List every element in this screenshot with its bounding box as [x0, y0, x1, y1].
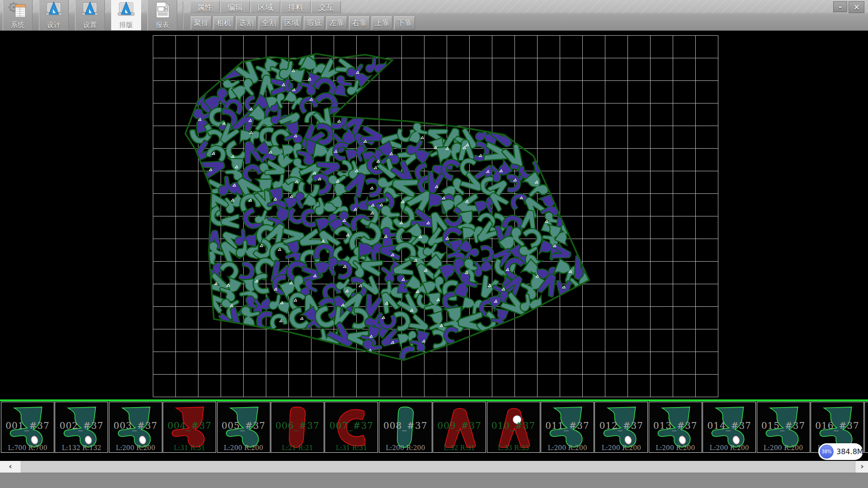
piece-id: 012_#37 — [595, 420, 647, 431]
system-gear-icon — [8, 1, 28, 21]
thumbnail-cell[interactable]: 011_#37L:200 R:200 — [541, 402, 594, 453]
ribbon-button-design[interactable]: 设计 — [39, 0, 69, 30]
toolbar-separator — [183, 1, 184, 29]
thumbnail-cell[interactable]: 007_#37L:31 R:31 — [325, 402, 378, 453]
menu-tab-4[interactable]: 排料 — [281, 1, 311, 13]
thumbnail-cell[interactable]: 001_#37L:700 R:700 — [1, 402, 54, 453]
ribbon-button-report[interactable]: 报表 — [147, 0, 177, 30]
piece-id: 001_#37 — [1, 420, 54, 431]
menu-tab-1[interactable]: 属性 — [190, 1, 220, 13]
thumbnail-cell[interactable]: 008_#37L:200 R:200 — [379, 402, 432, 453]
piece-lr-count: L:31 R:31 — [325, 444, 377, 451]
menu-tab-3[interactable]: 区域 — [250, 1, 280, 13]
piece-lr-count: L:200 R:200 — [217, 444, 270, 451]
ribbon-button-layout-active[interactable]: 排版 — [111, 0, 141, 30]
thumbnail-cell[interactable]: 004_#37L:31 R:31 — [163, 402, 216, 453]
piece-id: 003_#37 — [109, 420, 162, 431]
piece-lr-count: L:200 R:200 — [703, 444, 755, 451]
chevron-right-icon: › — [860, 461, 863, 471]
ribbon-button-settings[interactable]: 设置 — [75, 0, 105, 30]
close-button[interactable]: ✕ — [849, 1, 864, 13]
layout-ruler-icon — [116, 1, 136, 21]
ribbon-button-label: 系统 — [3, 21, 32, 29]
piece-lr-count: L:200 R:200 — [541, 444, 594, 451]
tool-button-6[interactable]: 瑕疵 — [304, 16, 325, 30]
thumbnail-cell[interactable]: 005_#37L:200 R:200 — [217, 402, 270, 453]
piece-id: 006_#37 — [271, 420, 324, 431]
piece-id: 002_#37 — [55, 420, 108, 431]
menu-tab-2[interactable]: 编辑 — [220, 1, 250, 13]
thumbnail-cell[interactable]: 002_#37L:132 R:132 — [55, 402, 108, 453]
piece-lr-count: L:200 R:200 — [865, 444, 868, 451]
tool-button-7[interactable]: 左靠 — [326, 16, 347, 30]
thumbnail-cell[interactable]: 015_#37L:200 R:200 — [757, 402, 810, 453]
piece-id: 013_#37 — [649, 420, 702, 431]
tool-button-3[interactable]: 选割 — [236, 16, 257, 30]
settings-ruler-icon — [80, 1, 100, 21]
piece-id: 007_#37 — [325, 420, 377, 431]
piece-lr-count: L:132 R:132 — [55, 444, 108, 451]
piece-lr-count: L:33 R:33 — [487, 444, 540, 451]
memory-value: 384.8M — [836, 443, 863, 460]
tool-button-8[interactable]: 右靠 — [349, 16, 370, 30]
design-ruler-icon — [44, 1, 64, 21]
piece-lr-count: L:32 R:31 — [433, 444, 486, 451]
piece-id: 017_#37 — [865, 420, 868, 431]
memory-badge: 38% 384.8M — [818, 443, 863, 460]
thumbnail-cell[interactable]: 017_#37L:200 R:200 — [864, 402, 868, 453]
piece-id: 004_#37 — [163, 420, 216, 431]
piece-id: 011_#37 — [541, 420, 594, 431]
piece-lr-count: L:200 R:200 — [379, 444, 432, 451]
piece-id: 014_#37 — [703, 420, 755, 431]
piece-lr-count: L:200 R:200 — [649, 444, 702, 451]
thumbnail-cell[interactable]: 009_#37L:32 R:31 — [433, 402, 486, 453]
tool-button-10[interactable]: 下靠 — [394, 16, 415, 30]
tool-button-5[interactable]: 区域 — [281, 16, 302, 30]
piece-id: 009_#37 — [433, 420, 486, 431]
chevron-left-icon: ‹ — [9, 461, 12, 471]
thumbnail-cell[interactable]: 010_#37L:33 R:33 — [487, 402, 540, 453]
piece-id: 015_#37 — [757, 420, 810, 431]
scroll-left-button[interactable]: ‹ — [0, 461, 21, 473]
piece-id: 005_#37 — [217, 420, 270, 431]
close-icon: ✕ — [853, 3, 859, 12]
ribbon-button-label: 排版 — [112, 21, 141, 29]
piece-lr-count: L:200 R:200 — [109, 444, 162, 451]
ribbon-button-label: 设计 — [39, 21, 68, 29]
piece-lr-count: L:21 R:21 — [271, 444, 324, 451]
minimize-icon: – — [839, 3, 842, 11]
piece-id: 010_#37 — [487, 420, 540, 431]
tool-button-2[interactable]: 相机 — [213, 16, 234, 30]
tool-button-4[interactable]: 全割 — [259, 16, 279, 30]
scroll-right-button[interactable]: › — [856, 461, 868, 473]
main-toolbar: 系统 设计 设置 — [0, 0, 868, 31]
thumbnail-cell[interactable]: 013_#37L:200 R:200 — [649, 402, 702, 453]
report-document-icon — [152, 1, 172, 21]
status-bar — [0, 473, 868, 488]
thumbnail-cell[interactable]: 012_#37L:200 R:200 — [594, 402, 648, 453]
menu-tab-5[interactable]: 交互 — [311, 1, 341, 13]
piece-lr-count: L:700 R:700 — [1, 444, 54, 451]
piece-lr-count: L:200 R:200 — [595, 444, 647, 451]
tool-button-9[interactable]: 上靠 — [372, 16, 392, 30]
ribbon-button-system[interactable]: 系统 — [3, 0, 33, 30]
ribbon-button-label: 报表 — [148, 21, 177, 29]
tool-button-1[interactable]: 聚排 — [191, 16, 212, 30]
thumbnail-cell[interactable]: 014_#37L:200 R:200 — [703, 402, 756, 453]
memory-percent-indicator: 38% — [820, 445, 834, 459]
piece-id: 016_#37 — [811, 420, 863, 431]
piece-id: 008_#37 — [379, 420, 432, 431]
ribbon-button-label: 设置 — [75, 21, 104, 29]
scrollbar-thumb[interactable] — [21, 461, 855, 473]
thumbnail-cell[interactable]: 006_#37L:21 R:21 — [271, 402, 324, 453]
minimize-button[interactable]: – — [833, 1, 847, 12]
nesting-canvas[interactable] — [0, 31, 868, 399]
piece-lr-count: L:200 R:200 — [757, 444, 810, 451]
piece-lr-count: L:31 R:31 — [163, 444, 216, 451]
horizontal-scrollbar[interactable]: ‹ › — [0, 461, 868, 473]
piece-thumbnail-strip: 001_#37L:700 R:700 002_#37L:132 R:132 00… — [0, 401, 868, 461]
thumbnail-cell[interactable]: 003_#37L:200 R:200 — [109, 402, 162, 453]
